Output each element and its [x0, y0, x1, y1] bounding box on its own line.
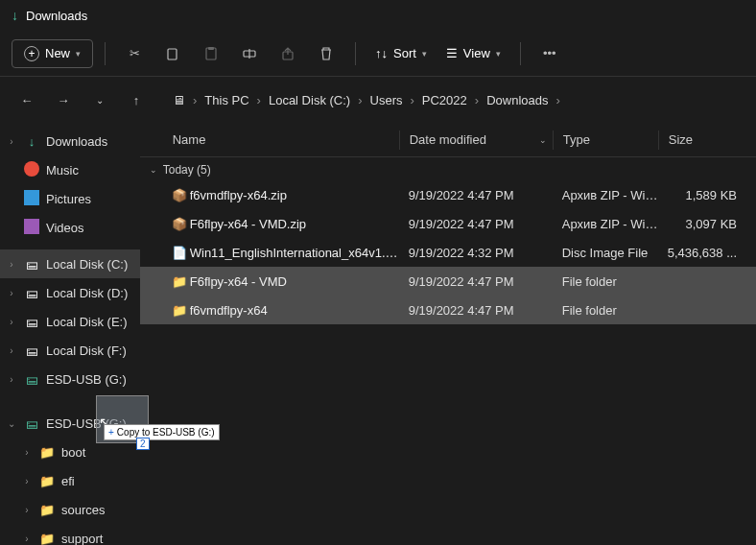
file-name: F6flpy-x64 - VMD.zip [190, 217, 399, 231]
copy-icon[interactable] [155, 36, 190, 71]
breadcrumb-item[interactable]: Local Disk (C:) [265, 89, 354, 111]
svg-rect-0 [168, 49, 177, 59]
sidebar-item-downloads[interactable]: ›↓Downloads [0, 127, 140, 155]
chevron-down-icon[interactable]: ⌄ [84, 84, 115, 115]
sidebar-item-drive-f[interactable]: ›🖴Local Disk (F:) [0, 336, 140, 365]
drag-tooltip: +Copy to ESD-USB (G:) [104, 424, 220, 440]
cut-icon[interactable]: ✂ [117, 36, 152, 71]
file-row[interactable]: 📁F6flpy-x64 - VMD9/19/2022 4:47 PMFile f… [140, 267, 756, 296]
breadcrumb: 🖥 › This PC › Local Disk (C:) › Users › … [169, 89, 744, 111]
sidebar-item-drive-d[interactable]: ›🖴Local Disk (D:) [0, 278, 140, 307]
file-name: f6vmdflpy-x64 [190, 303, 399, 318]
sidebar-item-drive-e[interactable]: ›🖴Local Disk (E:) [0, 307, 140, 336]
chevron-down-icon: ▾ [76, 49, 81, 59]
col-name[interactable]: Name [169, 132, 399, 147]
file-name: f6vmdflpy-x64.zip [190, 188, 399, 202]
back-button[interactable]: ← [12, 84, 42, 115]
file-size: 1,589 KB [658, 188, 756, 202]
file-date: 9/19/2022 4:47 PM [399, 217, 553, 231]
chevron-down-icon: ▾ [496, 49, 501, 59]
view-button[interactable]: ☰ View ▾ [438, 46, 508, 60]
file-icon: 📁 [169, 274, 190, 289]
titlebar: ↓ Downloads [0, 0, 756, 31]
breadcrumb-item[interactable]: PC2022 [418, 89, 471, 111]
file-row[interactable]: 📄Win11_EnglishInternational_x64v1.iso9/1… [140, 238, 756, 267]
window-title: Downloads [26, 9, 87, 23]
new-label: New [45, 46, 70, 60]
breadcrumb-item[interactable]: Users [366, 89, 407, 111]
sidebar-item-music[interactable]: Music [0, 155, 140, 184]
toolbar: + New ▾ ✂ ↑↓ Sort ▾ ☰ View ▾ ••• [0, 31, 756, 77]
file-name: F6flpy-x64 - VMD [190, 274, 399, 289]
file-date: 9/19/2022 4:32 PM [399, 246, 553, 260]
navbar: ← → ⌄ ↑ 🖥 › This PC › Local Disk (C:) › … [0, 77, 756, 123]
col-date[interactable]: Date modified⌄ [399, 130, 553, 150]
rename-icon[interactable] [232, 36, 267, 71]
file-list: Name Date modified⌄ Type Size ⌄Today (5)… [140, 123, 756, 545]
sort-icon: ↑↓ [375, 46, 388, 60]
file-type: Архив ZIP - WinR... [553, 188, 658, 202]
more-icon[interactable]: ••• [532, 36, 567, 71]
forward-button[interactable]: → [48, 84, 79, 115]
file-name: Win11_EnglishInternational_x64v1.iso [190, 246, 399, 260]
file-date: 9/19/2022 4:47 PM [399, 303, 553, 318]
share-icon[interactable] [271, 36, 305, 71]
column-headers[interactable]: Name Date modified⌄ Type Size [140, 123, 756, 157]
sidebar: ›↓Downloads Music Pictures Videos ›🖴Loca… [0, 123, 140, 545]
file-row[interactable]: 📦F6flpy-x64 - VMD.zip9/19/2022 4:47 PMАр… [140, 209, 756, 238]
sidebar-item-support[interactable]: ›📁support [0, 524, 140, 545]
file-icon: 📦 [169, 188, 190, 202]
sidebar-item-videos[interactable]: Videos [0, 213, 140, 242]
paste-icon[interactable] [194, 36, 228, 71]
file-date: 9/19/2022 4:47 PM [399, 188, 553, 202]
file-icon: 📄 [169, 246, 190, 260]
file-icon: 📁 [169, 303, 190, 318]
file-type: File folder [553, 303, 658, 318]
view-icon: ☰ [446, 46, 458, 60]
file-icon: 📦 [169, 217, 190, 231]
delete-icon[interactable] [309, 36, 343, 71]
sidebar-item-pictures[interactable]: Pictures [0, 184, 140, 213]
downloads-icon: ↓ [12, 8, 18, 23]
plus-icon: + [24, 46, 39, 61]
file-size: 5,436,638 ... [658, 246, 756, 260]
col-size[interactable]: Size [658, 130, 756, 150]
col-type[interactable]: Type [553, 130, 658, 150]
breadcrumb-item[interactable]: Downloads [483, 89, 552, 111]
sidebar-item-efi[interactable]: ›📁efi [0, 466, 140, 495]
file-date: 9/19/2022 4:47 PM [399, 274, 553, 289]
group-header[interactable]: ⌄Today (5) [140, 157, 756, 180]
file-row[interactable]: 📦f6vmdflpy-x64.zip9/19/2022 4:47 PMАрхив… [140, 180, 756, 209]
file-row[interactable]: 📁f6vmdflpy-x649/19/2022 4:47 PMFile fold… [140, 296, 756, 324]
breadcrumb-item[interactable]: This PC [201, 89, 252, 111]
new-button[interactable]: + New ▾ [12, 39, 93, 68]
file-type: File folder [553, 274, 658, 289]
file-size: 3,097 KB [658, 217, 756, 231]
file-type: Архив ZIP - WinR... [553, 217, 658, 231]
sidebar-item-drive-c[interactable]: ›🖴Local Disk (C:) [0, 249, 140, 278]
sidebar-item-drive-usb[interactable]: ›🖴ESD-USB (G:) [0, 365, 140, 393]
sort-button[interactable]: ↑↓ Sort ▾ [367, 46, 435, 60]
sidebar-item-sources[interactable]: ›📁sources [0, 495, 140, 524]
pc-icon[interactable]: 🖥 [169, 89, 189, 111]
up-button[interactable]: ↑ [121, 84, 152, 115]
svg-rect-2 [208, 47, 214, 50]
file-type: Disc Image File [553, 246, 658, 260]
chevron-down-icon: ▾ [422, 49, 427, 59]
drag-count-badge: 2 [136, 438, 150, 450]
